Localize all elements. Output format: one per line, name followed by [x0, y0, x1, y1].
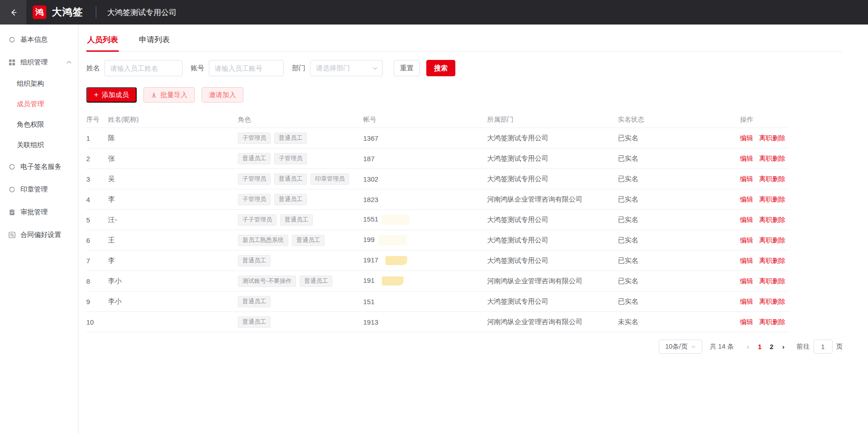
edit-link[interactable]: 编辑	[740, 134, 753, 142]
member-department: 大鸿签测试专用公司	[487, 175, 618, 183]
dept-select-placeholder: 请选择部门	[316, 64, 372, 73]
row-operations: 编辑离职删除	[740, 134, 789, 143]
name-filter-input[interactable]	[104, 60, 182, 76]
edit-link[interactable]: 编辑	[740, 216, 753, 223]
role-tag: 普通员工	[238, 316, 271, 328]
member-department: 大鸿签测试专用公司	[487, 216, 618, 224]
table-row: 10普通员工1913河南鸿纵企业管理咨询有限公司未实名编辑离职删除	[86, 312, 789, 332]
edit-link[interactable]: 编辑	[740, 318, 753, 326]
edit-link[interactable]: 编辑	[740, 196, 753, 203]
member-account: 1823	[363, 196, 487, 203]
edit-link[interactable]: 编辑	[740, 237, 753, 244]
invite-join-button[interactable]: 邀请加入	[202, 87, 243, 103]
goto-page-input[interactable]	[814, 340, 833, 354]
reset-button[interactable]: 重置	[394, 60, 420, 76]
remove-link[interactable]: 离职删除	[759, 318, 785, 326]
role-tag: 普通员工	[238, 153, 271, 164]
member-name: 王	[108, 236, 238, 245]
sidebar-item-linked-org[interactable]: 关联组织	[0, 135, 78, 155]
member-name-text: 汪-	[108, 216, 117, 224]
table-row: 2张普通员工子管理员187大鸿签测试专用公司已实名编辑离职删除	[86, 148, 789, 169]
chevron-up-icon	[66, 59, 72, 65]
sidebar-item-contract-preferences[interactable]: 合同偏好设置	[0, 223, 78, 246]
role-tag: 普通员工	[238, 255, 271, 266]
page-button-2[interactable]: 2	[766, 343, 778, 350]
edit-link[interactable]: 编辑	[740, 277, 753, 285]
sidebar-item-label: 组织架构	[17, 79, 44, 88]
remove-link[interactable]: 离职删除	[759, 237, 785, 244]
table-row: 7李普通员工1917大鸿签测试专用公司已实名编辑离职删除	[86, 251, 789, 271]
remove-link[interactable]: 离职删除	[759, 257, 785, 264]
member-name-text: 王	[108, 236, 115, 245]
page-button-1[interactable]: 1	[754, 343, 766, 350]
table-row: 6王新员工熟悉系统普通员工199大鸿签测试专用公司已实名编辑离职删除	[86, 230, 789, 251]
account-filter-input[interactable]	[209, 60, 284, 76]
edit-link[interactable]: 编辑	[740, 257, 753, 264]
member-name-text: 李	[108, 256, 115, 265]
sliders-icon	[8, 231, 16, 239]
sidebar-item-basic-info[interactable]: 基本信息	[0, 28, 78, 51]
sidebar-item-label: 关联组织	[17, 141, 44, 149]
member-name: 李	[108, 256, 238, 265]
row-index: 10	[86, 318, 108, 326]
table-row: 8李小测试账号-不要操作普通员工191河南鸿纵企业管理咨询有限公司已实名编辑离职…	[86, 271, 789, 291]
sidebar-item-approval-management[interactable]: 审批管理	[0, 201, 78, 223]
col-header-role: 角色	[238, 115, 363, 124]
sidebar-item-role-permission[interactable]: 角色权限	[0, 114, 78, 135]
realname-status: 已实名	[618, 297, 740, 306]
edit-link[interactable]: 编辑	[740, 298, 753, 305]
members-table: 序号 姓名(昵称) 角色 帐号 所属部门 实名状态 操作 1陈子管理员普通员工1…	[86, 112, 789, 332]
remove-link[interactable]: 离职删除	[759, 277, 785, 285]
remove-link[interactable]: 离职删除	[759, 155, 785, 162]
next-page-button[interactable]: ›	[778, 343, 789, 350]
remove-link[interactable]: 离职删除	[759, 216, 785, 223]
sidebar-item-seal-management[interactable]: 印章管理	[0, 178, 78, 201]
sidebar-item-label: 成员管理	[17, 100, 44, 108]
batch-import-button[interactable]: 批量导入	[143, 87, 195, 103]
clipboard-check-icon	[8, 208, 16, 216]
edit-link[interactable]: 编辑	[740, 175, 753, 182]
row-index: 4	[86, 196, 108, 203]
page-size-select[interactable]: 10条/页	[659, 340, 702, 354]
dept-select[interactable]: 请选择部门	[310, 60, 383, 76]
tab-bar: 人员列表 申请列表	[86, 35, 843, 52]
chevron-down-icon	[691, 344, 696, 349]
grid-icon	[8, 59, 16, 66]
realname-status: 已实名	[618, 134, 740, 143]
row-operations: 编辑离职删除	[740, 195, 789, 204]
redaction-patch	[382, 276, 404, 286]
sidebar-item-org-structure[interactable]: 组织架构	[0, 74, 78, 94]
remove-link[interactable]: 离职删除	[759, 175, 785, 182]
sidebar-item-member-management[interactable]: 成员管理	[0, 94, 78, 114]
table-header-row: 序号 姓名(昵称) 角色 帐号 所属部门 实名状态 操作	[86, 112, 789, 128]
row-index: 9	[86, 298, 108, 306]
member-account: 191	[363, 276, 487, 286]
role-tag: 普通员工	[300, 276, 332, 287]
remove-link[interactable]: 离职删除	[759, 134, 785, 142]
search-button[interactable]: 搜索	[426, 60, 455, 76]
sidebar-item-esign-service[interactable]: 电子签名服务	[0, 155, 78, 178]
realname-status: 已实名	[618, 216, 740, 224]
table-body: 1陈子管理员普通员工1367大鸿签测试专用公司已实名编辑离职删除2张普通员工子管…	[86, 128, 789, 332]
tab-personnel-list[interactable]: 人员列表	[86, 35, 119, 51]
prev-page-button[interactable]: ‹	[742, 343, 754, 350]
topbar-divider	[96, 6, 96, 18]
member-name-text: 李小	[108, 297, 122, 306]
member-account: 1917	[363, 256, 487, 265]
role-tag: 普通员工	[274, 194, 307, 205]
role-tag: 子管理员	[238, 133, 271, 144]
account-filter-label: 账号	[191, 64, 204, 73]
member-roles: 子管理员普通员工印章管理员	[238, 173, 363, 185]
tab-application-list[interactable]: 申请列表	[138, 35, 171, 51]
sidebar-item-org-management[interactable]: 组织管理	[0, 51, 78, 74]
sidebar: 基本信息 组织管理 组织架构 成员管理 角色权限 关联组织 电子签名服务	[0, 25, 79, 434]
member-department: 大鸿签测试专用公司	[487, 154, 618, 163]
remove-link[interactable]: 离职删除	[759, 298, 785, 305]
add-member-button[interactable]: + 添加成员	[86, 87, 137, 103]
member-name-text: 李小	[108, 277, 122, 286]
member-department: 河南鸿纵企业管理咨询有限公司	[487, 277, 618, 286]
remove-link[interactable]: 离职删除	[759, 196, 785, 203]
edit-link[interactable]: 编辑	[740, 155, 753, 162]
pagination: 10条/页 共 14 条 ‹ 1 2 › 前往 页	[86, 340, 843, 354]
back-button[interactable]	[0, 0, 26, 25]
